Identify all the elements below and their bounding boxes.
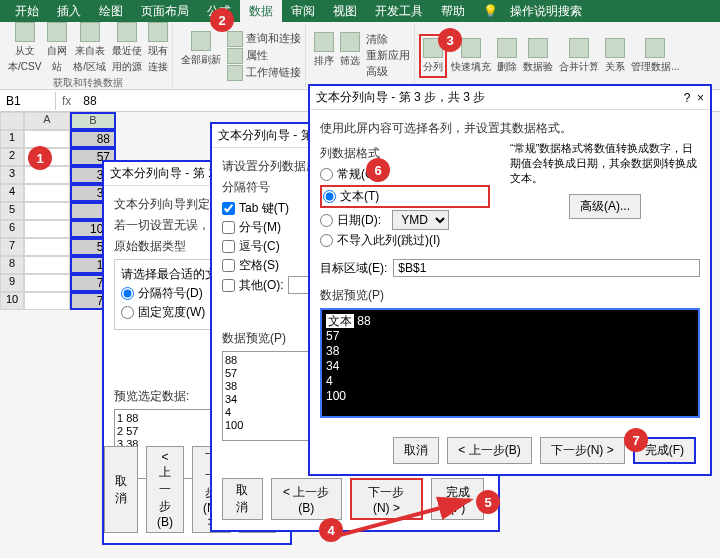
radio-skip[interactable]: 不导入此列(跳过)(I) — [320, 232, 490, 249]
dlg3-desc: “常规”数据格式将数值转换成数字，日期值会转换成日期，其余数据则转换成文本。 — [510, 141, 700, 186]
tab-review[interactable]: 审阅 — [282, 0, 324, 23]
target-label: 目标区域(E): — [320, 260, 387, 277]
tab-draw[interactable]: 绘图 — [90, 0, 132, 23]
wizard-step3: 文本分列向导 - 第 3 步，共 3 步 ? × 使用此屏内容可选择各列，并设置… — [308, 84, 712, 476]
btn-from-web[interactable]: 自网站 — [47, 22, 67, 74]
spreadsheet: A B 1882573384345461007558159791079 — [0, 112, 116, 310]
dlg3-title: 文本分列向导 - 第 3 步，共 3 步 — [316, 89, 485, 106]
dlg2-back[interactable]: < 上一步(B) — [271, 478, 342, 520]
callout-2: 2 — [210, 8, 234, 32]
callout-3: 3 — [438, 28, 462, 52]
tab-insert[interactable]: 插入 — [48, 0, 90, 23]
row-hdr[interactable]: 6 — [0, 220, 24, 238]
cell[interactable] — [24, 220, 70, 238]
fx-icon[interactable]: fx — [56, 94, 77, 108]
cell[interactable] — [24, 202, 70, 220]
svg-line-0 — [340, 500, 470, 535]
dlg3-line1: 使用此屏内容可选择各列，并设置其数据格式。 — [320, 120, 700, 137]
dlg3-next[interactable]: 下一步(N) > — [540, 437, 625, 464]
dlg3-cancel[interactable]: 取消 — [393, 437, 439, 464]
btn-refresh-all[interactable]: 全部刷新 — [181, 31, 221, 81]
btn-reapply[interactable]: 重新应用 — [366, 48, 410, 63]
btn-relation[interactable]: 关系 — [605, 38, 625, 74]
corner[interactable] — [0, 112, 24, 130]
cell[interactable] — [24, 130, 70, 148]
cell[interactable] — [24, 184, 70, 202]
cell[interactable] — [24, 238, 70, 256]
dlg3-close[interactable]: × — [697, 91, 704, 105]
dlg3-preview: 文本 88 57 38 34 4 100 — [320, 308, 700, 418]
tab-dev[interactable]: 开发工具 — [366, 0, 432, 23]
btn-links[interactable]: 工作簿链接 — [227, 65, 301, 81]
btn-props[interactable]: 属性 — [227, 48, 268, 64]
dlg3-back[interactable]: < 上一步(B) — [447, 437, 531, 464]
row-hdr[interactable]: 2 — [0, 148, 24, 166]
callout-5: 5 — [476, 490, 500, 514]
callout-1: 1 — [28, 146, 52, 170]
callout-4: 4 — [319, 518, 343, 542]
row-hdr[interactable]: 1 — [0, 130, 24, 148]
col-B[interactable]: B — [70, 112, 116, 130]
btn-from-text[interactable]: 从文本/CSV — [8, 22, 41, 74]
btn-existing[interactable]: 现有连接 — [148, 22, 168, 74]
dlg1-cancel[interactable]: 取消 — [104, 446, 138, 533]
formula-value[interactable]: 88 — [77, 94, 102, 108]
row-hdr[interactable]: 4 — [0, 184, 24, 202]
tab-view[interactable]: 视图 — [324, 0, 366, 23]
cell[interactable] — [24, 292, 70, 310]
btn-sort[interactable]: 排序 — [314, 32, 334, 79]
btn-clear[interactable]: 清除 — [366, 32, 388, 47]
cell[interactable] — [24, 274, 70, 292]
dlg1-back[interactable]: < 上一步(B) — [146, 446, 184, 533]
group-label-getdata: 获取和转换数据 — [53, 76, 123, 90]
btn-from-table[interactable]: 来自表格/区域 — [73, 22, 106, 74]
ribbon-tabs: 开始 插入 绘图 页面布局 公式 数据 审阅 视图 开发工具 帮助 💡 操作说明… — [0, 0, 720, 22]
btn-manage[interactable]: 管理数据... — [631, 38, 679, 74]
btn-advanced[interactable]: 高级(A)... — [569, 194, 641, 219]
tell-me[interactable]: 💡 操作说明搜索 — [474, 0, 600, 23]
radio-date[interactable]: 日期(D): YMD — [320, 210, 490, 230]
col-A[interactable]: A — [24, 112, 70, 130]
dlg2-cancel[interactable]: 取消 — [222, 478, 263, 520]
tab-help[interactable]: 帮助 — [432, 0, 474, 23]
cell[interactable]: 88 — [70, 130, 116, 148]
row-hdr[interactable]: 8 — [0, 256, 24, 274]
tab-layout[interactable]: 页面布局 — [132, 0, 198, 23]
ribbon-bar: 从文本/CSV 自网站 来自表格/区域 最近使用的源 现有连接 获取和转换数据 … — [0, 22, 720, 90]
btn-queries[interactable]: 查询和连接 — [227, 31, 301, 47]
row-hdr[interactable]: 10 — [0, 292, 24, 310]
ribbon-group-refresh: 全部刷新 查询和连接 属性 工作簿链接 — [177, 24, 306, 87]
callout-6: 6 — [366, 158, 390, 182]
dlg3-preview-label: 数据预览(P) — [320, 287, 700, 304]
radio-text[interactable]: 文本(T) — [320, 185, 490, 208]
cell[interactable] — [24, 256, 70, 274]
ribbon-group-getdata: 从文本/CSV 自网站 来自表格/区域 最近使用的源 现有连接 获取和转换数据 — [4, 24, 173, 87]
target-input[interactable] — [393, 259, 700, 277]
name-box[interactable]: B1 — [0, 92, 56, 110]
row-hdr[interactable]: 3 — [0, 166, 24, 184]
cell[interactable] — [24, 166, 70, 184]
btn-advanced[interactable]: 高级 — [366, 64, 388, 79]
btn-remove-dup[interactable]: 删除 — [497, 38, 517, 74]
radio-general[interactable]: 常规(G) — [320, 166, 490, 183]
row-hdr[interactable]: 9 — [0, 274, 24, 292]
date-format[interactable]: YMD — [392, 210, 449, 230]
ribbon-group-sort: 排序 筛选 清除 重新应用 高级 — [310, 24, 415, 87]
btn-recent[interactable]: 最近使用的源 — [112, 22, 142, 74]
dlg3-help[interactable]: ? — [684, 91, 691, 105]
row-hdr[interactable]: 5 — [0, 202, 24, 220]
btn-consolidate[interactable]: 合并计算 — [559, 38, 599, 74]
dlg3-group: 列数据格式 — [320, 145, 490, 162]
tab-data[interactable]: 数据 — [240, 0, 282, 23]
callout-7: 7 — [624, 428, 648, 452]
row-hdr[interactable]: 7 — [0, 238, 24, 256]
btn-validation[interactable]: 数据验 — [523, 38, 553, 74]
btn-filter[interactable]: 筛选 — [340, 32, 360, 79]
tab-start[interactable]: 开始 — [6, 0, 48, 23]
